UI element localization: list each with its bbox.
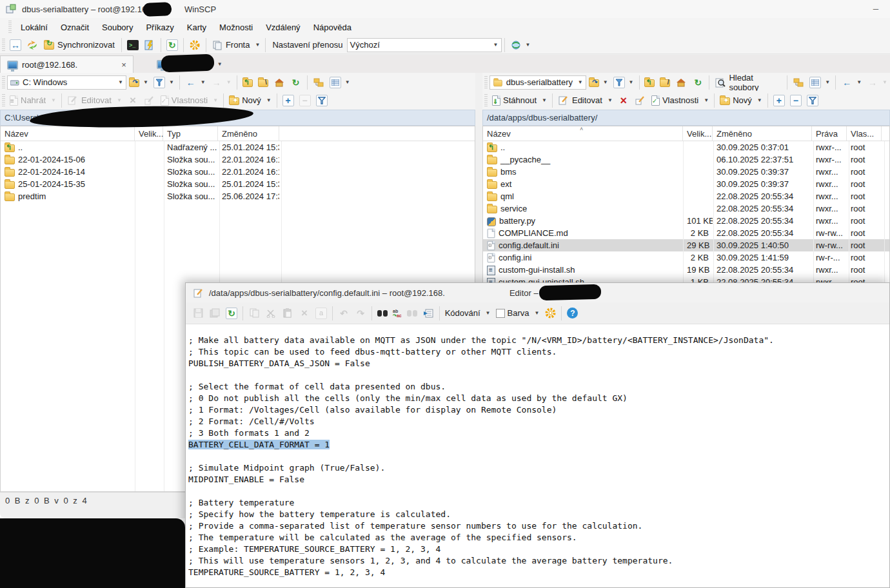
left-filter-button[interactable]: ▼ [151, 75, 177, 90]
color-button[interactable]: Barva▼ [493, 306, 542, 321]
right-tree-button[interactable] [790, 75, 807, 90]
file-row[interactable]: 22-01-2024-16-14 Složka sou... 22.01.202… [1, 166, 475, 178]
left-forward-button[interactable]: →▼ [208, 75, 234, 90]
col-size[interactable]: Velik... [135, 126, 163, 141]
menu-oznacit[interactable]: Označit [55, 20, 95, 35]
save-all-button[interactable] [206, 306, 223, 321]
left-tree-button[interactable] [310, 75, 327, 90]
file-row[interactable]: custom-gui-install.sh 19 KB 22.08.2025 2… [483, 264, 889, 276]
copy-button[interactable] [246, 306, 262, 321]
right-new-button[interactable]: ✦Nový▼ [717, 93, 765, 108]
right-drive-select[interactable]: dbus-serialbattery▼ [490, 75, 586, 90]
right-selection-filter-button[interactable] [804, 93, 821, 108]
right-unselect-button[interactable]: − [787, 93, 804, 108]
file-row[interactable]: ↰.. Nadřazený ... 25.01.2024 15:3... [1, 141, 475, 153]
editor-content[interactable]: ; Make all battery data available on MQT… [186, 324, 889, 587]
left-selection-filter-button[interactable] [313, 93, 330, 108]
right-open-dir-button[interactable]: ↷▼ [586, 75, 611, 90]
right-back-button[interactable]: ←▼ [838, 75, 864, 90]
left-new-button[interactable]: ✦Nový▼ [226, 93, 274, 108]
left-open-dir-button[interactable]: ↷▼ [126, 75, 151, 90]
tab-close-icon[interactable]: × [121, 60, 126, 70]
left-unselect-button[interactable]: − [297, 93, 313, 108]
reload-button[interactable]: ↻ [223, 306, 240, 321]
save-button[interactable] [190, 306, 206, 321]
file-row[interactable]: bms 30.09.2025 0:39:37 rwxr... root [483, 166, 889, 178]
toggle-panels-button[interactable]: ↔ [7, 37, 24, 53]
col-changed[interactable]: Změněno [218, 126, 279, 141]
left-refresh-button[interactable]: ↻ [288, 75, 304, 90]
file-row[interactable]: COMPLIANCE.md 2 KB 22.08.2025 20:55:34 r… [483, 227, 889, 239]
file-row[interactable]: __pycache__ 06.10.2025 22:37:51 rwxr-...… [483, 153, 889, 166]
left-upload-button[interactable]: ≡Nahrát▼ [7, 93, 59, 108]
encoding-button[interactable]: Kódování▼ [442, 306, 493, 321]
menu-karty[interactable]: Karty [181, 20, 212, 35]
menu-moznosti[interactable]: Možnosti [213, 20, 259, 35]
file-row[interactable]: predtim Složka sou... 25.06.2024 17:3... [1, 190, 475, 202]
right-forward-button[interactable]: →▼ [864, 75, 890, 90]
right-select-button[interactable]: + [771, 93, 787, 108]
download-button[interactable]: ⇓Stáhnout▼ [490, 93, 549, 108]
editor-preferences-button[interactable] [542, 306, 559, 321]
find-files-button[interactable]: Hledat soubory [712, 75, 784, 90]
right-rename-button[interactable] [632, 93, 649, 108]
left-view-style-button[interactable]: ▼ [327, 75, 353, 90]
file-row[interactable]: qml 22.08.2025 20:55:34 rwxr... root [483, 190, 889, 202]
minimize-button[interactable]: – [869, 4, 882, 14]
go-to-line-button[interactable] [420, 306, 437, 321]
undo-button[interactable]: ↶ [335, 306, 352, 321]
transfer-settings-select[interactable]: Výchozí▼ [347, 38, 502, 52]
sync-browsing-button[interactable] [24, 37, 41, 53]
right-properties-button[interactable]: ✓Vlastnosti▼ [649, 93, 711, 108]
file-row[interactable]: service 22.08.2025 20:55:34 rwxr... root [483, 202, 889, 215]
col-owner[interactable]: Vlas... [847, 126, 882, 141]
right-root-dir-button[interactable]: / [657, 75, 673, 90]
replace-button[interactable]: ab↷ac [390, 306, 404, 321]
transfer-options-button[interactable]: ▼ [508, 37, 533, 53]
menu-soubory[interactable]: Soubory [96, 20, 139, 35]
file-row[interactable]: ↰.. 30.09.2025 0:37:01 rwxr-... root [483, 141, 889, 153]
menu-prikazy[interactable]: Příkazy [140, 20, 179, 35]
tab-session[interactable]: root@192.168. × [0, 55, 134, 73]
queue-button[interactable]: Fronta▼ [209, 37, 263, 53]
left-back-button[interactable]: ←▼ [183, 75, 208, 90]
col-rights[interactable]: Práva [812, 126, 847, 141]
right-delete-button[interactable]: × [615, 93, 632, 108]
left-edit-button[interactable]: Editovat▼ [64, 93, 124, 108]
open-putty-button[interactable] [141, 37, 158, 53]
preferences-button[interactable] [186, 37, 203, 53]
cut-button[interactable] [262, 306, 279, 321]
right-home-dir-button[interactable] [673, 75, 689, 90]
synchronize-button[interactable]: ↻ Synchronizovat [41, 37, 119, 53]
left-drive-select[interactable]: C: Windows▼ [7, 75, 126, 90]
help-button[interactable]: ? [564, 306, 580, 321]
right-parent-dir-button[interactable]: ↰ [642, 75, 657, 90]
menu-vzdaleny[interactable]: Vzdálený [260, 20, 306, 35]
right-view-style-button[interactable]: ▼ [807, 75, 833, 90]
menu-napoveda[interactable]: Nápověda [308, 20, 357, 35]
left-home-dir-button[interactable] [271, 75, 288, 90]
left-delete-button[interactable]: × [124, 93, 141, 108]
file-row-selected[interactable]: ⚙config.default.ini 29 KB 30.09.2025 1:4… [483, 239, 889, 251]
delete-button[interactable]: × [296, 306, 313, 321]
find-button[interactable] [375, 306, 390, 321]
left-parent-dir-button[interactable]: ↰ [240, 75, 255, 90]
paste-button[interactable] [279, 306, 296, 321]
left-select-button[interactable]: + [280, 93, 297, 108]
select-all-button[interactable]: a [313, 306, 330, 321]
menu-lokalni[interactable]: Lokální [15, 20, 54, 35]
file-row[interactable]: ⚙config.ini 2 KB 30.09.2025 1:41:59 rw-r… [483, 251, 889, 264]
open-terminal-button[interactable]: >_ [124, 37, 141, 53]
file-row[interactable]: 25-01-2024-15-35 Složka sou... 25.01.202… [1, 178, 475, 190]
col-changed[interactable]: Změněno [713, 126, 812, 141]
right-filter-button[interactable]: ▼ [611, 75, 637, 90]
right-edit-button[interactable]: Editovat▼ [555, 93, 615, 108]
find-next-button[interactable] [404, 306, 420, 321]
col-name[interactable]: Název˄ [483, 126, 683, 141]
file-row[interactable]: 22-01-2024-15-06 Složka sou... 22.01.202… [1, 153, 475, 166]
right-path-bar[interactable]: /data/apps/dbus-serialbattery/ [482, 110, 890, 126]
left-root-dir-button[interactable]: \ [255, 75, 271, 90]
refresh-button[interactable]: ↻ [164, 37, 181, 53]
col-name[interactable]: Název [1, 126, 135, 141]
redo-button[interactable]: ↷ [352, 306, 369, 321]
